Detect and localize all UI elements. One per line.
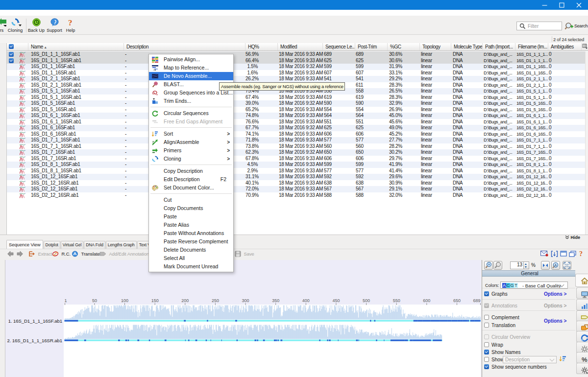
table-row[interactable]: 16S_D1_1_1_16SR.ab1-66.4%18 Mar 2016 9:3… bbox=[7, 58, 585, 64]
zoom-spinner[interactable] bbox=[524, 261, 529, 269]
column-header-post_trim[interactable]: Post-Trim bbox=[355, 43, 388, 50]
email-view-button[interactable] bbox=[540, 251, 548, 259]
table-row[interactable]: 16S_D1_12_16SF.ab1-31.1%18 Mar 2016 9:33… bbox=[7, 174, 585, 180]
menu-item-trim-ends[interactable]: Trim Ends... bbox=[149, 97, 233, 105]
menu-item-paste-without-annotations[interactable]: Paste Without Annotations bbox=[149, 229, 233, 237]
options-link[interactable]: Options > bbox=[544, 291, 566, 297]
side-tab-lineage[interactable] bbox=[576, 321, 588, 332]
menu-item-sort[interactable]: Sort> bbox=[149, 130, 233, 138]
table-row[interactable]: 16S_D2_12_16SF.ab1-72.0%18 Mar 2016 9:33… bbox=[7, 186, 585, 192]
menu-item-de-novo-assemble[interactable]: De Novo Assemble... bbox=[149, 72, 233, 80]
table-row[interactable]: 16S_D1_8_1_16SR.ab1-2.9%18 Mar 2016 9:33… bbox=[7, 168, 585, 174]
options-link[interactable]: Options > bbox=[544, 318, 566, 324]
table-row[interactable]: 16S_D2_12_16SR.ab1-70.9%18 Mar 2016 9:33… bbox=[7, 192, 585, 199]
column-header-topology[interactable]: Topology bbox=[420, 43, 451, 50]
menu-item-copy-description[interactable]: Copy Description bbox=[149, 167, 233, 175]
show-field-dropdown[interactable]: Description bbox=[503, 356, 557, 363]
row-checkbox[interactable] bbox=[9, 58, 14, 63]
menu-item-copy-documents[interactable]: Copy Documents bbox=[149, 204, 233, 212]
table-row[interactable]: 16S_D1_7_1_16SF.ab1-71.8%18 Mar 2016 9:3… bbox=[7, 137, 585, 143]
zoom-out-button[interactable] bbox=[493, 261, 502, 270]
table-row[interactable]: 16S_D1_5_1_16SR.ab1-67.4%18 Mar 2016 9:3… bbox=[7, 94, 585, 101]
table-row[interactable]: 16S_D1_1_16SR.ab1-1.6%18 Mar 2016 9:33 A… bbox=[7, 70, 585, 76]
complement-checkbox[interactable] bbox=[484, 315, 489, 320]
side-tab-annotations[interactable] bbox=[576, 310, 588, 322]
extract-button[interactable]: Extract bbox=[28, 251, 52, 259]
reverse-complement-button[interactable]: R.C. bbox=[52, 251, 71, 259]
general-section-header[interactable]: General bbox=[482, 270, 577, 277]
menu-item-paste-reverse-complement[interactable]: Paste Reverse Complement bbox=[149, 237, 233, 246]
popout-view-button[interactable] bbox=[560, 251, 567, 259]
column-header-filename[interactable]: Filename (Im... bbox=[515, 43, 548, 50]
toolbar-button-help[interactable]: ? Help bbox=[62, 18, 79, 33]
back-button[interactable] bbox=[7, 251, 14, 259]
table-row[interactable]: 16S_D1_6_16SR.ab1-74.1%18 Mar 2016 9:33 … bbox=[7, 131, 585, 138]
minimize-button[interactable] bbox=[536, 0, 553, 10]
table-row[interactable]: 16S_D1_6_16SF.ab1-67.7%18 Mar 2016 9:32 … bbox=[7, 125, 585, 131]
table-row[interactable]: 16S_D1_7_1_16SR.ab1-73.8%18 Mar 2016 9:3… bbox=[7, 143, 585, 150]
forward-button[interactable] bbox=[16, 251, 24, 259]
show-checkbox[interactable] bbox=[484, 357, 489, 362]
column-picker-button[interactable] bbox=[582, 43, 588, 50]
table-row[interactable]: 16S_D1_5_16SF.ab1-39.0%18 Mar 2016 9:32 … bbox=[7, 100, 585, 107]
fit-to-width-button[interactable] bbox=[541, 261, 550, 270]
tab-dotplot[interactable]: Dotplot bbox=[44, 241, 60, 249]
column-header-path[interactable]: Path (Import... bbox=[483, 43, 515, 50]
tab-sequence-view[interactable]: Sequence View bbox=[6, 240, 43, 249]
column-header-description[interactable]: Description bbox=[124, 43, 245, 50]
menu-item-paste[interactable]: Paste bbox=[149, 212, 233, 221]
side-tab-percent[interactable]: % bbox=[576, 352, 588, 363]
side-tab-home[interactable] bbox=[575, 274, 588, 287]
column-header-hq[interactable]: HQ% bbox=[245, 43, 278, 50]
menu-item-pairwise-align[interactable]: Pairwise Align... bbox=[149, 55, 233, 64]
menu-item-delete-documents[interactable]: Delete Documents bbox=[149, 246, 233, 254]
filter-input[interactable]: Filter bbox=[516, 22, 562, 30]
column-header-icon[interactable] bbox=[16, 43, 28, 50]
zoom-level-input[interactable]: 13 bbox=[510, 261, 524, 269]
wrap-checkbox[interactable] bbox=[484, 342, 489, 347]
column-header-name[interactable]: Name ▲ bbox=[28, 43, 124, 50]
column-header-seq_len[interactable]: Sequence Le... bbox=[323, 43, 355, 50]
sequence-1-label[interactable]: 1. 16S_D1_1_1_16SF.ab1 bbox=[5, 318, 62, 324]
menu-item-mark-document-unread[interactable]: Mark Document Unread bbox=[149, 262, 233, 271]
side-tab-settings[interactable] bbox=[576, 342, 588, 353]
menu-item-cloning[interactable]: Cloning> bbox=[149, 155, 233, 163]
sort-field-icon[interactable] bbox=[559, 355, 566, 363]
table-row[interactable]: 16S_D1_2_1_16SF.ab1-26.2%18 Mar 2016 9:3… bbox=[7, 76, 585, 82]
menu-item-map-to-reference[interactable]: Map to Reference... bbox=[149, 64, 233, 72]
side-tab-display[interactable] bbox=[576, 287, 588, 299]
toolbar-button-cloning[interactable]: Cloning bbox=[4, 18, 26, 33]
zoom-to-selection-button[interactable]: A bbox=[551, 261, 560, 270]
menu-item-free-end-gaps-alignment[interactable]: Free End Gaps Alignment bbox=[149, 118, 233, 126]
show-names-checkbox[interactable] bbox=[484, 350, 489, 354]
table-row[interactable]: 16S_D1_1_16SF.ab1-1.5%18 Mar 2016 9:32 A… bbox=[7, 64, 585, 70]
table-row[interactable]: 16S_D1_7_16SF.ab1-62.3%18 Mar 2016 9:32 … bbox=[7, 149, 585, 156]
menu-item-align-assemble[interactable]: Align/Assemble> bbox=[149, 138, 233, 146]
table-row[interactable]: 16S_D1_6_1_16SF.ab1-74.8%18 Mar 2016 9:3… bbox=[7, 113, 585, 119]
table-vertical-scrollbar[interactable] bbox=[585, 51, 588, 235]
menu-item-select-all[interactable]: Select All bbox=[149, 254, 233, 262]
expand-columns-button[interactable] bbox=[551, 251, 558, 259]
column-header-ambiguities[interactable]: Ambiguities bbox=[548, 43, 582, 50]
menu-item-cut[interactable]: Cut bbox=[149, 196, 233, 204]
sequence-2-label[interactable]: 2. 16S_D1_1_1_16SR.ab1 bbox=[5, 338, 62, 343]
new-window-button[interactable] bbox=[569, 251, 576, 259]
translate-button[interactable]: Translate bbox=[72, 251, 100, 259]
zoom-in-button[interactable] bbox=[484, 261, 493, 270]
column-header-molecule[interactable]: Molecule Type bbox=[451, 43, 483, 50]
menu-item-primers[interactable]: Primers> bbox=[149, 146, 233, 155]
row-checkbox[interactable] bbox=[9, 52, 14, 57]
table-row[interactable]: 16S_D1_6_1_16SR.ab1-76.6%18 Mar 2016 9:3… bbox=[7, 119, 585, 125]
table-row[interactable]: 16S_D1_12_16SR.ab1-40.1%18 Mar 2016 9:33… bbox=[7, 180, 585, 187]
add-edit-annotation-button[interactable]: Add/Edit Annotation bbox=[99, 251, 149, 259]
column-header-gc[interactable]: %GC bbox=[388, 43, 420, 50]
graphs-checkbox[interactable] bbox=[484, 291, 489, 296]
side-tab-advanced[interactable] bbox=[576, 363, 588, 374]
menu-item-paste-alias[interactable]: Paste Alias bbox=[149, 221, 233, 229]
tab-dna-fold[interactable]: DNA Fold bbox=[84, 241, 105, 249]
expand-view-button[interactable] bbox=[563, 261, 571, 270]
menu-item-edit-description[interactable]: Edit DescriptionF2 bbox=[149, 175, 233, 184]
viewer-help-button[interactable]: ? bbox=[579, 250, 585, 258]
translation-checkbox[interactable] bbox=[484, 323, 489, 328]
save-button[interactable]: Save bbox=[235, 251, 254, 259]
